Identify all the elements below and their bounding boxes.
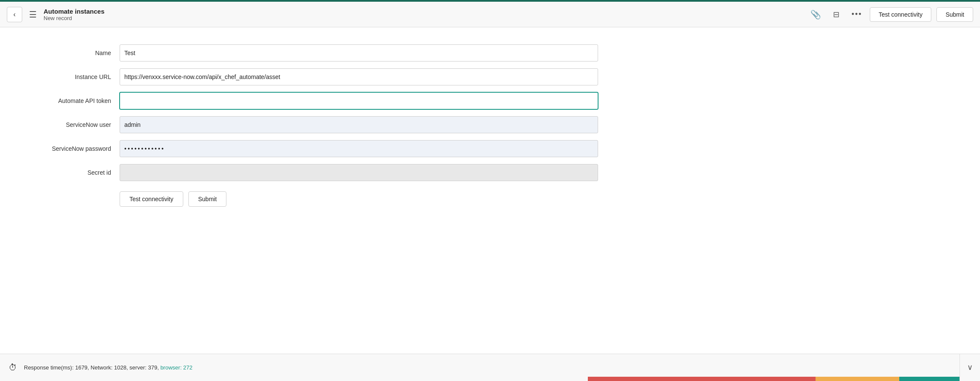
name-label: Name: [26, 50, 120, 56]
secret-id-label: Secret id: [26, 169, 120, 176]
three-dots-icon: •••: [851, 10, 862, 19]
back-button[interactable]: ‹: [7, 7, 22, 22]
timer-icon: ⏱: [9, 363, 17, 372]
progress-bar: [588, 377, 959, 381]
settings-button[interactable]: ⊟: [829, 7, 844, 22]
name-row: Name: [26, 44, 954, 62]
instance-url-label: Instance URL: [26, 73, 120, 80]
form-actions: Test connectivity Submit: [26, 191, 954, 207]
test-connectivity-button[interactable]: Test connectivity: [120, 191, 183, 207]
app-header: ‹ ☰ Automate instances New record 📎 ⊟ ••…: [0, 0, 980, 27]
servicenow-user-field[interactable]: [120, 116, 598, 133]
secret-id-field[interactable]: [120, 164, 598, 181]
chevron-down-icon: ∨: [967, 363, 973, 372]
name-field[interactable]: [120, 44, 598, 62]
app-title: Automate instances: [44, 8, 105, 15]
progress-yellow: [816, 377, 899, 381]
response-static-text: Response time(ms): 1679, Network: 1028, …: [24, 364, 159, 371]
servicenow-user-row: ServiceNow user: [26, 116, 954, 133]
servicenow-password-field[interactable]: [120, 140, 598, 157]
servicenow-password-label: ServiceNow password: [26, 145, 120, 152]
test-connectivity-header-button[interactable]: Test connectivity: [870, 7, 932, 22]
more-options-button[interactable]: •••: [849, 7, 865, 22]
browser-link[interactable]: browser: 272: [160, 364, 192, 371]
menu-icon[interactable]: ☰: [29, 9, 37, 20]
response-time-text: Response time(ms): 1679, Network: 1028, …: [24, 364, 193, 371]
back-icon: ‹: [13, 11, 15, 18]
header-subtitle: New record: [44, 15, 105, 21]
main-content: Name Instance URL Automate API token Ser…: [0, 27, 980, 381]
instance-url-row: Instance URL: [26, 68, 954, 85]
sliders-icon: ⊟: [833, 10, 839, 19]
secret-id-row: Secret id: [26, 164, 954, 181]
instance-url-field[interactable]: [120, 68, 598, 85]
servicenow-password-row: ServiceNow password: [26, 140, 954, 157]
servicenow-user-label: ServiceNow user: [26, 121, 120, 128]
submit-header-button[interactable]: Submit: [936, 7, 973, 22]
clip-icon: 📎: [810, 9, 821, 20]
submit-button[interactable]: Submit: [188, 191, 227, 207]
progress-teal: [899, 377, 959, 381]
progress-red: [588, 377, 815, 381]
api-token-field[interactable]: [120, 92, 598, 109]
attachment-button[interactable]: 📎: [808, 7, 824, 22]
api-token-label: Automate API token: [26, 97, 120, 104]
api-token-row: Automate API token: [26, 92, 954, 109]
header-title-area: Automate instances New record: [44, 8, 105, 21]
form-container: Name Instance URL Automate API token Ser…: [0, 44, 980, 207]
footer-chevron-button[interactable]: ∨: [959, 354, 980, 381]
footer-bar: ⏱ Response time(ms): 1679, Network: 1028…: [0, 354, 980, 381]
